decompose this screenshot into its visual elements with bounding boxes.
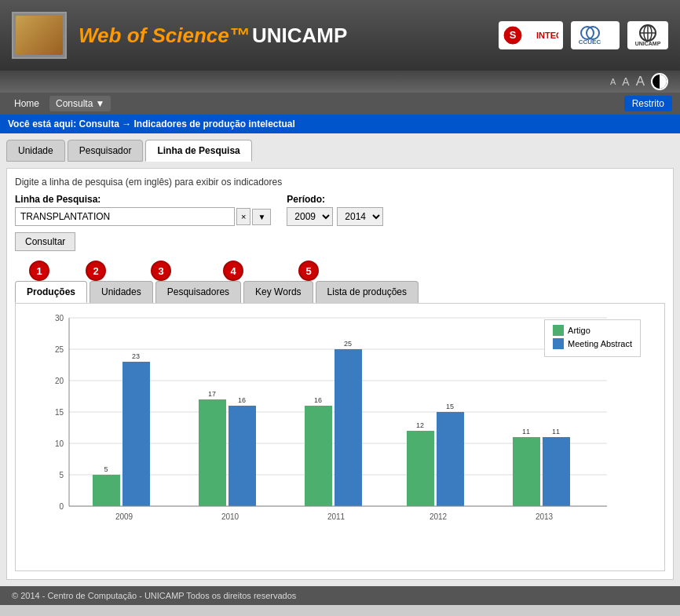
chart-area: Artigo Meeting Abstract 30 25 20 15 10 5 [15, 303, 665, 571]
content-tabs: Produções Unidades Pesquisadores Key Wor… [15, 281, 665, 303]
clear-button[interactable]: × [236, 208, 250, 225]
font-small[interactable]: A [610, 77, 616, 86]
bar-2009-meeting [122, 362, 150, 506]
nav-bar: Home Consulta ▼ Restrito [0, 93, 680, 115]
svg-text:10: 10 [55, 439, 64, 448]
linha-label: Linha de Pesquisa: [15, 194, 271, 205]
legend-artigo: Artigo [553, 325, 632, 336]
font-large[interactable]: A [636, 74, 645, 89]
periodo-group: Período: 200920102011201220132014 200920… [287, 194, 383, 226]
sintegra-logo: S INTEGRA [499, 21, 563, 49]
svg-text:5: 5 [104, 465, 108, 473]
header-right: S INTEGRA CCUEC UNICAMP [499, 21, 668, 49]
font-medium[interactable]: A [622, 75, 629, 88]
svg-text:2009: 2009 [115, 512, 133, 521]
bar-2013-artigo [513, 437, 540, 506]
bar-2010-meeting [228, 406, 256, 506]
chart-legend: Artigo Meeting Abstract [544, 319, 641, 357]
nav-links: Home Consulta ▼ [8, 96, 111, 111]
main-content: Unidade Pesquisador Linha de Pesquisa Di… [0, 133, 680, 586]
svg-text:25: 25 [55, 345, 64, 354]
svg-text:20: 20 [55, 377, 64, 385]
contrast-toggle[interactable] [651, 73, 668, 90]
top-tabs: Unidade Pesquisador Linha de Pesquisa [6, 140, 674, 162]
svg-text:2012: 2012 [430, 512, 448, 521]
legend-meeting-color [553, 338, 564, 349]
svg-text:15: 15 [446, 403, 454, 410]
svg-text:UNICAMP: UNICAMP [635, 41, 661, 46]
circle-3: 3 [151, 261, 171, 281]
svg-text:CCUEC: CCUEC [579, 38, 601, 46]
bar-2013-meeting [543, 437, 570, 506]
legend-artigo-color [553, 325, 564, 336]
tabs-with-numbers: 1 2 3 4 5 Produções Unidades Pesq [15, 281, 665, 303]
chart-wrap: Artigo Meeting Abstract 30 25 20 15 10 5 [24, 312, 656, 563]
circle-1: 1 [29, 261, 49, 281]
instruction-text: Digite a linha de pesquisa (em inglês) p… [15, 177, 665, 188]
tab-pesquisadores[interactable]: Pesquisadores [155, 281, 241, 303]
nav-home[interactable]: Home [8, 96, 46, 111]
nav-consulta[interactable]: Consulta ▼ [49, 96, 111, 111]
tab-linha-pesquisa[interactable]: Linha de Pesquisa [145, 140, 251, 162]
svg-text:11: 11 [552, 428, 560, 436]
linha-group: Linha de Pesquisa: × ▼ [15, 194, 271, 226]
svg-text:17: 17 [208, 390, 216, 398]
header: Web of Science™ UNICAMP S INTEGRA CCUEC [0, 0, 680, 71]
legend-artigo-label: Artigo [568, 326, 590, 335]
wos-title: Web of Science™ [79, 24, 250, 47]
tab-producoes[interactable]: Produções [15, 281, 87, 303]
bar-2010-artigo [199, 399, 226, 506]
svg-text:11: 11 [522, 428, 530, 436]
svg-text:16: 16 [238, 396, 246, 404]
footer: © 2014 - Centro de Computação - UNICAMP … [0, 586, 680, 605]
bar-2011-meeting [335, 349, 362, 506]
search-wrap: × ▼ [15, 207, 271, 226]
form-row: Linha de Pesquisa: × ▼ Período: 20092010… [15, 194, 665, 226]
legend-meeting-label: Meeting Abstract [568, 339, 632, 348]
content-area: Digite a linha de pesquisa (em inglês) p… [6, 168, 674, 580]
chevron-down-icon: ▼ [95, 98, 104, 109]
svg-text:2011: 2011 [327, 512, 345, 521]
year-to-select[interactable]: 200920102011201220132014 [337, 207, 383, 226]
tab-lista-producoes[interactable]: Lista de produções [316, 281, 419, 303]
footer-text: © 2014 - Centro de Computação - UNICAMP … [12, 591, 296, 600]
svg-text:25: 25 [344, 340, 352, 348]
svg-text:16: 16 [314, 396, 322, 404]
unicamp-logo: UNICAMP [627, 21, 668, 49]
svg-text:S: S [510, 29, 517, 41]
tab-key-words[interactable]: Key Words [243, 281, 313, 303]
tab-pesquisador[interactable]: Pesquisador [68, 140, 144, 162]
ccuec-logo: CCUEC [571, 21, 620, 49]
linha-input[interactable] [15, 207, 235, 226]
svg-text:2010: 2010 [221, 512, 239, 521]
svg-text:23: 23 [132, 352, 140, 360]
bar-2012-meeting [437, 412, 464, 506]
svg-text:5: 5 [59, 471, 64, 479]
consultar-button[interactable]: Consultar [15, 232, 75, 251]
year-from-select[interactable]: 200920102011201220132014 [287, 207, 333, 226]
svg-text:INTEGRA: INTEGRA [536, 31, 558, 40]
svg-text:15: 15 [55, 408, 64, 417]
circle-5: 5 [298, 261, 319, 281]
font-bar: A A A [0, 71, 680, 93]
circle-2: 2 [86, 261, 106, 281]
period-selects: 200920102011201220132014 200920102011201… [287, 207, 383, 226]
book-image [16, 16, 63, 55]
tab-unidade[interactable]: Unidade [6, 140, 65, 162]
svg-text:12: 12 [416, 421, 424, 429]
logo-book [12, 12, 67, 59]
uni-title: UNICAMP [252, 24, 347, 47]
svg-text:2013: 2013 [536, 512, 554, 521]
bar-2009-artigo [93, 475, 120, 506]
nav-restrito[interactable]: Restrito [624, 96, 672, 111]
breadcrumb: Você está aqui: Consulta → Indicadores d… [0, 115, 680, 133]
svg-text:0: 0 [59, 502, 64, 511]
bar-2012-artigo [407, 431, 434, 506]
header-title: Web of Science™ UNICAMP [79, 24, 347, 48]
header-left: Web of Science™ UNICAMP [12, 12, 347, 59]
tab-unidades[interactable]: Unidades [90, 281, 153, 303]
svg-text:30: 30 [55, 314, 64, 323]
circle-4: 4 [223, 261, 243, 281]
dropdown-arrow-button[interactable]: ▼ [252, 209, 271, 225]
periodo-label: Período: [287, 194, 383, 205]
